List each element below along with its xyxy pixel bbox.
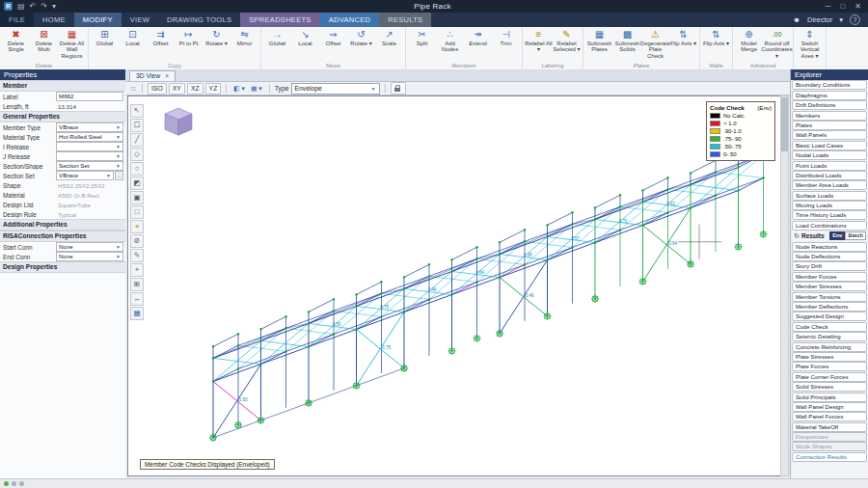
lock-icon[interactable] xyxy=(391,82,406,95)
move-offset-button[interactable]: ⇒Offset xyxy=(319,28,347,46)
switch-vertical-axes-button[interactable]: ⇕Switch Vertical Axes ▾ xyxy=(796,28,824,59)
model-merge-button[interactable]: ⊕Model Merge xyxy=(735,28,763,53)
toggle-env[interactable]: Env xyxy=(829,231,845,240)
scrollbar-thumb[interactable] xyxy=(781,97,788,151)
maximize-button[interactable]: □ xyxy=(840,2,845,11)
prop-input-section-shape[interactable]: Section Set▼ xyxy=(56,161,123,171)
copy-local-button[interactable]: ⊡Local xyxy=(119,28,147,46)
explorer-item-nodal-loads[interactable]: Nodal Loads xyxy=(792,150,867,160)
prop-input-start-conn[interactable]: None▼ xyxy=(56,242,123,252)
copy-offset-button[interactable]: ⇉Offset xyxy=(147,28,175,46)
submesh-plates-button[interactable]: ▦Submesh Plates xyxy=(585,28,613,53)
copy-mirror-button[interactable]: ⇋Mirror xyxy=(231,28,258,46)
copy-global-button[interactable]: ⊞Global xyxy=(91,28,119,46)
results-item-node-deflections[interactable]: Node Deflections xyxy=(792,252,867,261)
modify-members-icon[interactable]: + xyxy=(130,263,144,277)
copy-pt-to-pt-button[interactable]: ↦Pt to Pt xyxy=(175,28,203,46)
help-icon[interactable]: ? xyxy=(850,14,860,25)
select-box-icon[interactable]: ☐ xyxy=(130,119,144,132)
measure-icon[interactable]: ↔ xyxy=(130,292,144,306)
view-yz-button[interactable]: YZ xyxy=(205,83,222,95)
results-item-suggested-design[interactable]: Suggested Design xyxy=(792,312,867,321)
results-item-solid-stresses[interactable]: Solid Stresses xyxy=(792,382,867,392)
delete-single-button[interactable]: ✖Delete Single xyxy=(2,28,30,53)
chevron-down-icon[interactable]: ▼ xyxy=(106,172,111,179)
section-additional-properties[interactable]: Additional Properties xyxy=(0,219,125,230)
tab-advanced[interactable]: ADVANCED xyxy=(320,13,380,27)
explorer-item-surface-loads[interactable]: Surface Loads xyxy=(792,191,867,201)
results-item-solid-principals[interactable]: Solid Principals xyxy=(792,393,867,402)
results-item-plate-corner-forces[interactable]: Plate Corner Forces xyxy=(792,372,867,382)
tab-3d-view[interactable]: 3D View × xyxy=(129,70,176,81)
results-item-story-drift[interactable]: Story Drift xyxy=(792,261,867,271)
section-design-properties[interactable]: Design Properties xyxy=(0,261,125,273)
chevron-down-icon[interactable]: ▼ xyxy=(116,143,121,150)
relabel-selected-button[interactable]: ✎Relabel Selected ▾ xyxy=(553,28,581,53)
results-item-frequencies[interactable]: Frequencies xyxy=(792,432,867,442)
view-tab-close-icon[interactable]: × xyxy=(165,71,169,81)
explorer-item-diaphragms[interactable]: Diaphragms xyxy=(792,91,867,100)
results-item-code-check[interactable]: Code Check xyxy=(792,322,867,332)
save-icon[interactable]: ▤ xyxy=(17,0,25,13)
close-button[interactable]: ✕ xyxy=(854,2,861,11)
results-item-member-forces[interactable]: Member Forces xyxy=(792,272,867,282)
section-general-properties[interactable]: General Properties xyxy=(0,111,125,122)
flip-axis-walls-button[interactable]: ⇅Flip Axis ▾ xyxy=(702,28,730,46)
view-vertical-scrollbar[interactable] xyxy=(780,95,789,476)
explorer-item-member-area-loads[interactable]: Member Area Loads xyxy=(792,180,867,190)
delete-multi-button[interactable]: ⊠Delete Multi xyxy=(30,28,58,53)
invert-selection-icon[interactable]: ◩ xyxy=(130,176,144,190)
minimize-button[interactable]: ─ xyxy=(826,2,831,11)
results-item-plate-stresses[interactable]: Plate Stresses xyxy=(792,352,867,362)
explorer-item-point-loads[interactable]: Point Loads xyxy=(792,161,867,171)
results-item-concrete-reinforcing[interactable]: Concrete Reinforcing xyxy=(792,342,867,352)
select-line-icon[interactable]: ╱ xyxy=(130,133,144,147)
extend-button[interactable]: ↠Extend xyxy=(464,28,492,46)
results-item-member-deflections[interactable]: Member Deflections xyxy=(792,302,867,312)
tab-home[interactable]: HOME xyxy=(34,13,74,27)
view-xy-button[interactable]: XY xyxy=(169,83,185,95)
copy-rotate-button[interactable]: ↻Rotate ▾ xyxy=(203,28,231,46)
results-item-plate-forces[interactable]: Plate Forces xyxy=(792,362,867,371)
prop-input-j-release[interactable]: ▼ xyxy=(56,151,123,161)
tab-drawing-tools[interactable]: DRAWING TOOLS xyxy=(158,13,240,27)
prop-input-end-conn[interactable]: None▼ xyxy=(56,252,123,261)
results-item-connection-results[interactable]: Connection Results xyxy=(792,452,867,462)
move-global-button[interactable]: →Global xyxy=(263,28,291,46)
prop-input-material-type[interactable]: Hot Rolled Steel▼ xyxy=(56,132,123,142)
tab-file[interactable]: FILE xyxy=(0,13,34,27)
select-polygon-icon[interactable]: ◇ xyxy=(130,148,144,161)
model-display-icon[interactable]: ▦ ▾ xyxy=(249,84,264,94)
delete-all-wall-regions-button[interactable]: ▦Delete All Wall Regions xyxy=(58,28,86,59)
select-all-icon[interactable]: ▣ xyxy=(130,191,144,204)
prop-input-i-release[interactable]: ▼ xyxy=(56,142,123,151)
type-select[interactable]: Envelope▼ xyxy=(291,83,380,95)
move-scale-button[interactable]: ↗Scale xyxy=(375,28,403,46)
results-item-member-stresses[interactable]: Member Stresses xyxy=(792,282,867,291)
move-local-button[interactable]: ↘Local xyxy=(291,28,319,46)
results-item-wall-panel-forces[interactable]: Wall Panel Forces xyxy=(792,412,867,421)
relabel-all-button[interactable]: ≡Relabel All ▾ xyxy=(525,28,553,53)
status-icon-3[interactable] xyxy=(19,481,24,486)
round-off-coordinates-button[interactable]: .00Round off Coordinates ▾ xyxy=(763,28,791,59)
select-pointer-icon[interactable]: ↖ xyxy=(130,104,144,118)
toggle-batch[interactable]: Batch xyxy=(845,231,866,240)
section-member[interactable]: Member xyxy=(0,80,125,92)
pipe-rack-model[interactable]: 0.500.750.460.640.500.750.460.640.380.57… xyxy=(128,96,780,475)
ellipsis-button[interactable]: ... xyxy=(115,171,123,180)
criteria-selection-icon[interactable]: ⌖ xyxy=(130,220,144,233)
render-view-icon[interactable]: ◧ ▾ xyxy=(231,84,247,94)
move-rotate-button[interactable]: ↺Rotate ▾ xyxy=(347,28,375,46)
chevron-down-icon[interactable]: ▼ xyxy=(116,123,121,131)
tab-view[interactable]: VIEW xyxy=(122,13,158,27)
flip-axis-plates-button[interactable]: ⇅Flip Axis ▾ xyxy=(669,28,697,46)
quick-access-caret-icon[interactable]: ▾ xyxy=(52,0,56,13)
results-item-wall-panel-design[interactable]: Wall Panel Design xyxy=(792,402,867,412)
render-options-icon[interactable]: ▦ xyxy=(130,307,144,320)
trim-button[interactable]: ⊣Trim xyxy=(492,28,520,46)
view-xz-button[interactable]: XZ xyxy=(187,83,203,95)
graphic-editing-icon[interactable]: ✎ xyxy=(130,249,144,262)
solution-status-icon[interactable] xyxy=(4,481,9,486)
clipping-icon[interactable]: □ xyxy=(129,84,137,94)
submesh-solids-button[interactable]: ▩Submesh Solids xyxy=(613,28,641,53)
